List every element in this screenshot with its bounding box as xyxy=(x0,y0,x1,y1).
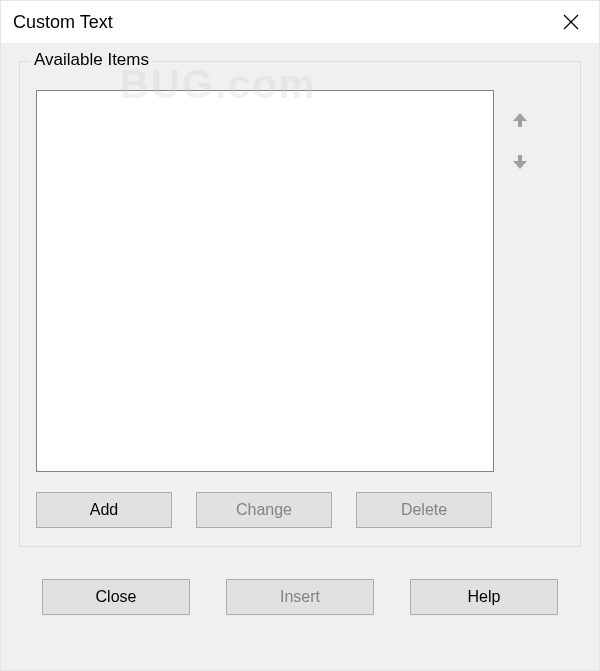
close-icon-button[interactable] xyxy=(549,4,593,40)
arrow-up-icon xyxy=(510,110,530,130)
dialog-window: Custom Text Available Items BUG.com xyxy=(0,0,600,671)
available-items-group: Available Items BUG.com xyxy=(19,61,581,547)
change-button[interactable]: Change xyxy=(196,492,332,528)
list-row xyxy=(36,90,564,472)
group-label: Available Items xyxy=(30,50,153,70)
close-button[interactable]: Close xyxy=(42,579,190,615)
item-buttons-row: Add Change Delete xyxy=(36,492,564,528)
arrow-down-icon xyxy=(510,152,530,172)
move-up-button[interactable] xyxy=(506,106,534,134)
help-button[interactable]: Help xyxy=(410,579,558,615)
delete-button[interactable]: Delete xyxy=(356,492,492,528)
reorder-controls xyxy=(506,90,534,176)
dialog-buttons-row: Close Insert Help xyxy=(19,579,581,615)
close-icon xyxy=(563,14,579,30)
insert-button[interactable]: Insert xyxy=(226,579,374,615)
window-title: Custom Text xyxy=(13,12,113,33)
available-items-listbox[interactable] xyxy=(36,90,494,472)
move-down-button[interactable] xyxy=(506,148,534,176)
titlebar: Custom Text xyxy=(1,1,599,43)
dialog-body: Available Items BUG.com xyxy=(1,43,599,670)
add-button[interactable]: Add xyxy=(36,492,172,528)
